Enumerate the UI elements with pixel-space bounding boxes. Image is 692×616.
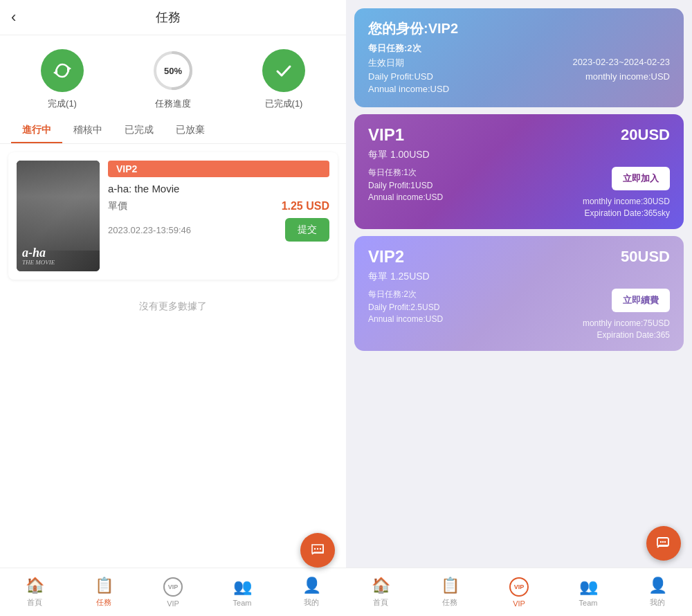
left-bottom-nav: 🏠 首頁 📋 任務 VIP VIP 👥 Team 👤 我的 bbox=[0, 568, 346, 616]
vip2-daily-tasks: 每日任務:2次 bbox=[368, 289, 443, 300]
vip2-left: 每日任務:2次 Daily Profit:2.5USD Annual incom… bbox=[368, 289, 443, 324]
right-team-icon: 👥 bbox=[579, 578, 598, 596]
vip1-header: VIP1 20USD bbox=[368, 125, 670, 145]
tab-reviewing[interactable]: 稽核中 bbox=[62, 117, 113, 143]
vip1-monthly-income: monthly income:30USD bbox=[583, 197, 670, 206]
vip1-right: 立即加入 monthly income:30USD Expiration Dat… bbox=[583, 167, 670, 218]
vip1-price: 20USD bbox=[621, 126, 670, 144]
price-label: 單價 bbox=[108, 200, 127, 212]
stat-progress: 50% 任務進度 bbox=[152, 49, 194, 110]
svg-point-8 bbox=[660, 541, 662, 543]
right-nav-team[interactable]: 👥 Team bbox=[554, 568, 623, 616]
right-nav-mine[interactable]: 👤 我的 bbox=[623, 568, 692, 616]
current-annual-row: Annual income:USD bbox=[368, 84, 670, 94]
task-date: 2023.02.23-13:59:46 bbox=[108, 225, 191, 235]
vip2-name: VIP2 bbox=[368, 247, 404, 266]
vip2-per-order: 每單 1.25USD bbox=[368, 271, 670, 283]
price-row: 單價 1.25 USD bbox=[108, 200, 329, 212]
vip2-details: 每日任務:2次 Daily Profit:2.5USD Annual incom… bbox=[368, 289, 670, 340]
nav-item-home[interactable]: 🏠 首頁 bbox=[0, 568, 69, 616]
chat-fab-button[interactable] bbox=[300, 533, 335, 568]
right-nav-mine-label: 我的 bbox=[650, 597, 665, 608]
movie-sub: THE MOVIE bbox=[22, 259, 94, 266]
stat-completed: 完成(1) bbox=[41, 49, 84, 110]
tasks-icon: 📋 bbox=[95, 577, 113, 595]
vip2-price: 50USD bbox=[621, 248, 670, 266]
tab-in-progress[interactable]: 進行中 bbox=[11, 117, 62, 143]
tab-completed[interactable]: 已完成 bbox=[113, 117, 165, 143]
nav-team-label: Team bbox=[233, 599, 252, 607]
movie-poster: a-ha THE MOVIE bbox=[17, 161, 100, 271]
vip2-header: VIP2 50USD bbox=[368, 247, 670, 266]
right-tasks-icon: 📋 bbox=[441, 577, 459, 595]
stat-done: 已完成(1) bbox=[262, 49, 305, 110]
nav-item-tasks[interactable]: 📋 任務 bbox=[69, 568, 138, 616]
vip1-left: 每日任務:1次 Daily Profit:1USD Annual income:… bbox=[368, 167, 443, 202]
vip1-details: 每日任務:1次 Daily Profit:1USD Annual income:… bbox=[368, 167, 670, 218]
vip2-annual-income: Annual income:USD bbox=[368, 314, 443, 324]
task-list: a-ha THE MOVIE VIP2 a-ha: the Movie 單價 1… bbox=[0, 144, 346, 568]
nav-item-mine[interactable]: 👤 我的 bbox=[277, 568, 346, 616]
nav-mine-label: 我的 bbox=[304, 597, 319, 608]
movie-title: a-ha: the Movie bbox=[108, 183, 329, 194]
svg-point-4 bbox=[314, 548, 316, 550]
nav-item-vip[interactable]: VIP VIP bbox=[138, 568, 208, 616]
vip-badge: VIP2 bbox=[108, 161, 329, 177]
price-value: 1.25 USD bbox=[282, 200, 329, 212]
vip2-renew-button[interactable]: 立即續費 bbox=[612, 289, 670, 312]
vip1-card: VIP1 20USD 每單 1.00USD 每日任務:1次 Daily Prof… bbox=[354, 114, 684, 229]
svg-point-5 bbox=[317, 548, 318, 550]
no-more-text: 沒有更多數據了 bbox=[8, 287, 338, 327]
current-vip-card: 您的身份:VIP2 每日任務:2次 生效日期 2023-02-23~2024-0… bbox=[354, 8, 684, 107]
table-row: a-ha THE MOVIE VIP2 a-ha: the Movie 單價 1… bbox=[8, 152, 338, 280]
vip1-join-button[interactable]: 立即加入 bbox=[612, 167, 670, 190]
current-daily-tasks: 每日任務:2次 bbox=[368, 42, 670, 55]
right-nav-tasks[interactable]: 📋 任務 bbox=[415, 568, 484, 616]
back-button[interactable]: ‹ bbox=[11, 8, 16, 26]
current-validity-row: 生效日期 2023-02-23~2024-02-23 bbox=[368, 57, 670, 69]
tabs-row: 進行中 稽核中 已完成 已放棄 bbox=[0, 117, 346, 144]
vip2-card: VIP2 50USD 每單 1.25USD 每日任務:2次 Daily Prof… bbox=[354, 236, 684, 351]
vip1-daily-tasks: 每日任務:1次 bbox=[368, 167, 443, 179]
submit-button[interactable]: 提交 bbox=[285, 218, 329, 242]
completed-label: 完成(1) bbox=[48, 98, 77, 110]
header: ‹ 任務 bbox=[0, 0, 346, 35]
svg-point-9 bbox=[662, 541, 664, 543]
vip2-daily-profit: Daily Profit:2.5USD bbox=[368, 302, 443, 312]
vip1-annual-income: Annual income:USD bbox=[368, 192, 443, 202]
done-icon bbox=[262, 49, 305, 92]
movie-branding: a-ha THE MOVIE bbox=[17, 241, 100, 271]
stats-row: 完成(1) 50% 任務進度 已完成(1) bbox=[0, 35, 346, 117]
right-bottom-nav: 🏠 首頁 📋 任務 VIP VIP 👥 Team 👤 我的 bbox=[346, 568, 692, 616]
current-profit-row: Daily Profit:USD monthly income:USD bbox=[368, 71, 670, 82]
right-nav-home-label: 首頁 bbox=[373, 597, 388, 608]
page-title: 任務 bbox=[24, 9, 311, 26]
done-label: 已完成(1) bbox=[265, 98, 303, 110]
nav-home-label: 首頁 bbox=[27, 597, 42, 608]
right-nav-tasks-label: 任務 bbox=[442, 597, 457, 608]
right-chat-fab-button[interactable] bbox=[646, 526, 681, 561]
right-mine-icon: 👤 bbox=[648, 577, 667, 595]
vip1-per-order: 每單 1.00USD bbox=[368, 149, 670, 161]
right-home-icon: 🏠 bbox=[372, 577, 390, 595]
vip1-expiration: Expiration Date:365sky bbox=[585, 208, 670, 218]
mine-icon: 👤 bbox=[302, 577, 321, 595]
vip1-daily-profit: Daily Profit:1USD bbox=[368, 181, 443, 190]
svg-point-10 bbox=[664, 541, 666, 543]
left-panel: ‹ 任務 完成(1) 50% bbox=[0, 0, 346, 616]
right-panel: 您的身份:VIP2 每日任務:2次 生效日期 2023-02-23~2024-0… bbox=[346, 0, 692, 616]
right-vip-icon: VIP bbox=[509, 577, 529, 597]
right-nav-vip-label: VIP bbox=[513, 599, 525, 608]
current-vip-title: 您的身份:VIP2 bbox=[368, 19, 670, 38]
progress-value: 50% bbox=[164, 66, 182, 76]
tab-abandoned[interactable]: 已放棄 bbox=[165, 117, 216, 143]
team-icon: 👥 bbox=[233, 578, 252, 596]
svg-point-6 bbox=[320, 548, 321, 550]
nav-item-team[interactable]: 👥 Team bbox=[208, 568, 277, 616]
vip2-right: 立即續費 monthly income:75USD Expiration Dat… bbox=[583, 289, 670, 340]
date-row: 2023.02.23-13:59:46 提交 bbox=[108, 218, 329, 242]
right-nav-team-label: Team bbox=[579, 599, 598, 607]
vip-icon: VIP bbox=[163, 577, 183, 597]
right-nav-vip[interactable]: VIP VIP bbox=[484, 568, 554, 616]
right-nav-home[interactable]: 🏠 首頁 bbox=[346, 568, 415, 616]
